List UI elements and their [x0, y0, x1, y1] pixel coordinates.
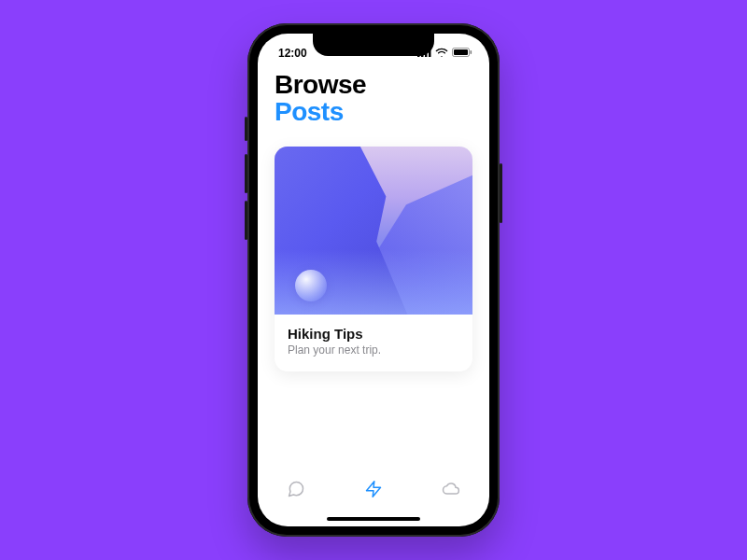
- phone-device-frame: 12:00: [247, 23, 500, 537]
- post-card-subtitle: Plan your next trip.: [288, 343, 459, 357]
- page-title-line2: Posts: [275, 98, 472, 125]
- tab-cloud[interactable]: [432, 472, 470, 510]
- post-card-title: Hiking Tips: [288, 326, 459, 342]
- main-content: Browse Posts Hiking Tips Plan your next …: [258, 65, 489, 371]
- device-side-button: [245, 117, 247, 141]
- svg-marker-7: [366, 482, 380, 497]
- post-card-body: Hiking Tips Plan your next trip.: [275, 315, 472, 371]
- device-notch: [313, 34, 434, 56]
- page-title-line1: Browse: [275, 71, 472, 98]
- page-title: Browse Posts: [275, 71, 472, 126]
- card-avatar-orb: [295, 270, 327, 301]
- svg-rect-6: [471, 50, 472, 54]
- wifi-icon: [435, 47, 448, 60]
- tab-lightning[interactable]: [355, 472, 392, 510]
- chat-icon: [287, 480, 305, 502]
- home-indicator[interactable]: [327, 517, 420, 521]
- post-card-image: [275, 147, 472, 315]
- svg-rect-5: [454, 49, 468, 55]
- post-card[interactable]: Hiking Tips Plan your next trip.: [275, 147, 472, 371]
- device-side-button: [245, 201, 247, 240]
- phone-screen: 12:00: [258, 34, 489, 526]
- lightning-icon: [364, 480, 383, 502]
- cloud-icon: [442, 480, 460, 502]
- device-side-button: [245, 154, 247, 193]
- status-time: 12:00: [278, 47, 307, 60]
- device-side-button: [500, 163, 502, 223]
- tab-chat[interactable]: [277, 472, 315, 510]
- battery-icon: [452, 47, 472, 60]
